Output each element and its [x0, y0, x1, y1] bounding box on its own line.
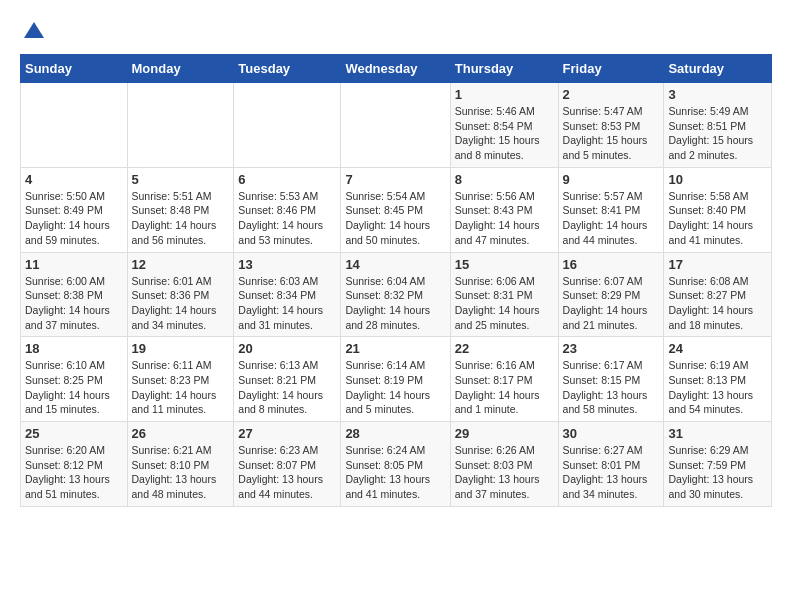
day-info: Sunrise: 6:24 AM Sunset: 8:05 PM Dayligh… — [345, 444, 430, 500]
day-info: Sunrise: 6:21 AM Sunset: 8:10 PM Dayligh… — [132, 444, 217, 500]
day-number: 26 — [132, 426, 230, 441]
day-info: Sunrise: 5:50 AM Sunset: 8:49 PM Dayligh… — [25, 190, 110, 246]
day-of-week-header: Friday — [558, 55, 664, 83]
day-info: Sunrise: 5:57 AM Sunset: 8:41 PM Dayligh… — [563, 190, 648, 246]
calendar-cell: 14Sunrise: 6:04 AM Sunset: 8:32 PM Dayli… — [341, 252, 450, 337]
calendar-cell: 26Sunrise: 6:21 AM Sunset: 8:10 PM Dayli… — [127, 422, 234, 507]
calendar-cell: 8Sunrise: 5:56 AM Sunset: 8:43 PM Daylig… — [450, 167, 558, 252]
calendar-cell: 5Sunrise: 5:51 AM Sunset: 8:48 PM Daylig… — [127, 167, 234, 252]
calendar-cell: 20Sunrise: 6:13 AM Sunset: 8:21 PM Dayli… — [234, 337, 341, 422]
calendar-cell: 4Sunrise: 5:50 AM Sunset: 8:49 PM Daylig… — [21, 167, 128, 252]
calendar-cell: 16Sunrise: 6:07 AM Sunset: 8:29 PM Dayli… — [558, 252, 664, 337]
day-info: Sunrise: 5:54 AM Sunset: 8:45 PM Dayligh… — [345, 190, 430, 246]
calendar-week-row: 18Sunrise: 6:10 AM Sunset: 8:25 PM Dayli… — [21, 337, 772, 422]
day-number: 1 — [455, 87, 554, 102]
calendar-cell: 21Sunrise: 6:14 AM Sunset: 8:19 PM Dayli… — [341, 337, 450, 422]
day-number: 6 — [238, 172, 336, 187]
calendar-cell — [21, 83, 128, 168]
day-info: Sunrise: 6:03 AM Sunset: 8:34 PM Dayligh… — [238, 275, 323, 331]
logo — [20, 20, 46, 44]
day-number: 25 — [25, 426, 123, 441]
day-number: 17 — [668, 257, 767, 272]
day-info: Sunrise: 6:07 AM Sunset: 8:29 PM Dayligh… — [563, 275, 648, 331]
calendar-week-row: 11Sunrise: 6:00 AM Sunset: 8:38 PM Dayli… — [21, 252, 772, 337]
calendar-cell: 31Sunrise: 6:29 AM Sunset: 7:59 PM Dayli… — [664, 422, 772, 507]
day-of-week-header: Tuesday — [234, 55, 341, 83]
day-info: Sunrise: 5:47 AM Sunset: 8:53 PM Dayligh… — [563, 105, 648, 161]
calendar-cell: 1Sunrise: 5:46 AM Sunset: 8:54 PM Daylig… — [450, 83, 558, 168]
day-info: Sunrise: 5:53 AM Sunset: 8:46 PM Dayligh… — [238, 190, 323, 246]
day-of-week-header: Wednesday — [341, 55, 450, 83]
calendar-cell: 18Sunrise: 6:10 AM Sunset: 8:25 PM Dayli… — [21, 337, 128, 422]
day-number: 11 — [25, 257, 123, 272]
calendar-week-row: 25Sunrise: 6:20 AM Sunset: 8:12 PM Dayli… — [21, 422, 772, 507]
day-number: 30 — [563, 426, 660, 441]
calendar-cell: 23Sunrise: 6:17 AM Sunset: 8:15 PM Dayli… — [558, 337, 664, 422]
calendar-cell: 19Sunrise: 6:11 AM Sunset: 8:23 PM Dayli… — [127, 337, 234, 422]
calendar-cell: 3Sunrise: 5:49 AM Sunset: 8:51 PM Daylig… — [664, 83, 772, 168]
calendar-cell: 22Sunrise: 6:16 AM Sunset: 8:17 PM Dayli… — [450, 337, 558, 422]
day-of-week-header: Monday — [127, 55, 234, 83]
svg-marker-0 — [24, 22, 44, 38]
calendar-week-row: 4Sunrise: 5:50 AM Sunset: 8:49 PM Daylig… — [21, 167, 772, 252]
calendar-cell: 10Sunrise: 5:58 AM Sunset: 8:40 PM Dayli… — [664, 167, 772, 252]
day-number: 13 — [238, 257, 336, 272]
calendar-cell: 30Sunrise: 6:27 AM Sunset: 8:01 PM Dayli… — [558, 422, 664, 507]
day-number: 3 — [668, 87, 767, 102]
day-number: 2 — [563, 87, 660, 102]
day-number: 24 — [668, 341, 767, 356]
day-info: Sunrise: 5:49 AM Sunset: 8:51 PM Dayligh… — [668, 105, 753, 161]
day-of-week-header: Thursday — [450, 55, 558, 83]
calendar-cell: 28Sunrise: 6:24 AM Sunset: 8:05 PM Dayli… — [341, 422, 450, 507]
day-number: 27 — [238, 426, 336, 441]
day-number: 22 — [455, 341, 554, 356]
page-header — [20, 20, 772, 44]
day-info: Sunrise: 6:23 AM Sunset: 8:07 PM Dayligh… — [238, 444, 323, 500]
calendar-cell: 9Sunrise: 5:57 AM Sunset: 8:41 PM Daylig… — [558, 167, 664, 252]
calendar-cell: 2Sunrise: 5:47 AM Sunset: 8:53 PM Daylig… — [558, 83, 664, 168]
calendar-cell: 12Sunrise: 6:01 AM Sunset: 8:36 PM Dayli… — [127, 252, 234, 337]
calendar-cell: 6Sunrise: 5:53 AM Sunset: 8:46 PM Daylig… — [234, 167, 341, 252]
day-info: Sunrise: 6:19 AM Sunset: 8:13 PM Dayligh… — [668, 359, 753, 415]
calendar-cell — [341, 83, 450, 168]
day-info: Sunrise: 5:56 AM Sunset: 8:43 PM Dayligh… — [455, 190, 540, 246]
day-info: Sunrise: 6:08 AM Sunset: 8:27 PM Dayligh… — [668, 275, 753, 331]
calendar-cell: 15Sunrise: 6:06 AM Sunset: 8:31 PM Dayli… — [450, 252, 558, 337]
calendar-cell: 13Sunrise: 6:03 AM Sunset: 8:34 PM Dayli… — [234, 252, 341, 337]
day-number: 20 — [238, 341, 336, 356]
day-info: Sunrise: 5:46 AM Sunset: 8:54 PM Dayligh… — [455, 105, 540, 161]
calendar-cell — [127, 83, 234, 168]
calendar-cell: 24Sunrise: 6:19 AM Sunset: 8:13 PM Dayli… — [664, 337, 772, 422]
calendar-week-row: 1Sunrise: 5:46 AM Sunset: 8:54 PM Daylig… — [21, 83, 772, 168]
day-number: 15 — [455, 257, 554, 272]
day-info: Sunrise: 6:13 AM Sunset: 8:21 PM Dayligh… — [238, 359, 323, 415]
calendar-header-row: SundayMondayTuesdayWednesdayThursdayFrid… — [21, 55, 772, 83]
day-number: 7 — [345, 172, 445, 187]
calendar-cell: 17Sunrise: 6:08 AM Sunset: 8:27 PM Dayli… — [664, 252, 772, 337]
day-number: 12 — [132, 257, 230, 272]
day-info: Sunrise: 6:14 AM Sunset: 8:19 PM Dayligh… — [345, 359, 430, 415]
day-info: Sunrise: 6:06 AM Sunset: 8:31 PM Dayligh… — [455, 275, 540, 331]
calendar-cell: 27Sunrise: 6:23 AM Sunset: 8:07 PM Dayli… — [234, 422, 341, 507]
day-number: 21 — [345, 341, 445, 356]
day-number: 16 — [563, 257, 660, 272]
day-number: 14 — [345, 257, 445, 272]
day-number: 18 — [25, 341, 123, 356]
day-number: 31 — [668, 426, 767, 441]
day-info: Sunrise: 6:27 AM Sunset: 8:01 PM Dayligh… — [563, 444, 648, 500]
calendar-cell: 29Sunrise: 6:26 AM Sunset: 8:03 PM Dayli… — [450, 422, 558, 507]
day-info: Sunrise: 6:20 AM Sunset: 8:12 PM Dayligh… — [25, 444, 110, 500]
day-info: Sunrise: 5:51 AM Sunset: 8:48 PM Dayligh… — [132, 190, 217, 246]
day-info: Sunrise: 6:29 AM Sunset: 7:59 PM Dayligh… — [668, 444, 753, 500]
day-info: Sunrise: 5:58 AM Sunset: 8:40 PM Dayligh… — [668, 190, 753, 246]
day-info: Sunrise: 6:00 AM Sunset: 8:38 PM Dayligh… — [25, 275, 110, 331]
calendar-cell: 11Sunrise: 6:00 AM Sunset: 8:38 PM Dayli… — [21, 252, 128, 337]
day-info: Sunrise: 6:10 AM Sunset: 8:25 PM Dayligh… — [25, 359, 110, 415]
calendar-cell: 7Sunrise: 5:54 AM Sunset: 8:45 PM Daylig… — [341, 167, 450, 252]
day-info: Sunrise: 6:26 AM Sunset: 8:03 PM Dayligh… — [455, 444, 540, 500]
day-number: 29 — [455, 426, 554, 441]
day-number: 19 — [132, 341, 230, 356]
day-number: 4 — [25, 172, 123, 187]
day-number: 10 — [668, 172, 767, 187]
day-number: 8 — [455, 172, 554, 187]
